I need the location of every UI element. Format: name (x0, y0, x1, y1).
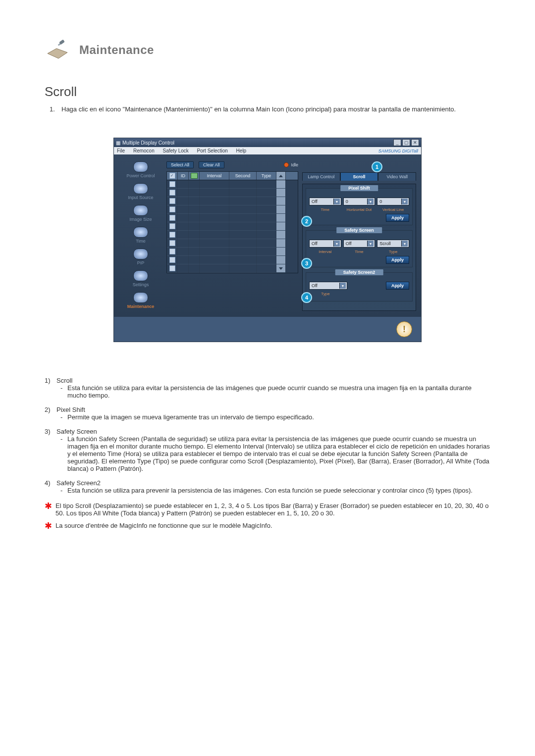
pixel-shift-time-select[interactable]: Off▾ (309, 198, 341, 205)
imagesize-icon (133, 205, 148, 216)
idle-dot-icon (284, 162, 289, 167)
safety-screen-time-select[interactable]: Off▾ (343, 240, 375, 248)
row-checkbox[interactable] (169, 232, 175, 238)
def-num: 4) (45, 479, 54, 487)
row-checkbox[interactable] (169, 265, 175, 271)
tab-video-wall[interactable]: Video Wall (378, 172, 416, 181)
menu-help[interactable]: Help (236, 148, 247, 153)
group-pixel-shift: Pixel Shift Off▾ 0▾ 0▾ Time Horizontal D… (306, 188, 413, 225)
idle-label: Idle (291, 162, 298, 167)
sidebar-label: Image Size (129, 217, 152, 222)
chevron-down-icon: ▾ (367, 199, 374, 204)
info-icon: ! (396, 321, 412, 337)
safety-screen-type-select[interactable]: Scroll▾ (377, 240, 409, 248)
pixel-shift-hdot-select[interactable]: 0▾ (343, 198, 375, 205)
brand-label: SAMSUNG DIGITall (378, 149, 418, 153)
select-all-button[interactable]: Select All (166, 161, 194, 168)
status-chip-icon (191, 173, 198, 179)
tab-lamp-control[interactable]: Lamp Control (302, 172, 340, 181)
sidebar-label: Time (136, 239, 146, 244)
chevron-down-icon: ▾ (367, 241, 374, 247)
row-checkbox[interactable] (169, 206, 175, 212)
group-title: Pixel Shift (340, 185, 378, 191)
table-row[interactable] (167, 189, 298, 197)
table-row[interactable] (167, 231, 298, 239)
group-safety-screen2: Safety Screen2 Off▾ Apply Type 4 (306, 272, 413, 302)
group-title: Safety Screen2 (335, 269, 383, 275)
star-icon: ✱ (45, 522, 53, 530)
table-row[interactable] (167, 264, 298, 273)
chevron-down-icon: ▾ (401, 241, 408, 247)
scroll-down-icon[interactable] (279, 267, 283, 270)
row-checkbox[interactable] (169, 223, 175, 229)
sidebar-item-maintenance[interactable]: Maintenance (127, 291, 155, 310)
menu-port-selection[interactable]: Port Selection (197, 148, 228, 153)
chevron-down-icon: ▾ (333, 199, 340, 204)
row-checkbox[interactable] (169, 257, 175, 263)
table-row[interactable] (167, 248, 298, 256)
table-row[interactable] (167, 197, 298, 205)
chevron-down-icon: ▾ (333, 241, 340, 247)
minimize-button[interactable]: _ (393, 139, 401, 146)
clear-all-button[interactable]: Clear All (199, 161, 224, 168)
safety-screen-apply-button[interactable]: Apply (386, 256, 409, 264)
col-type: Type (257, 172, 276, 180)
def-body: La función Safety Screen (Pantalla de se… (67, 435, 490, 472)
menu-safety-lock[interactable]: Safety Lock (163, 148, 189, 153)
window-title: Multiple Display Control (122, 140, 174, 146)
table-row[interactable] (167, 180, 298, 189)
menu-file[interactable]: File (117, 148, 125, 153)
sidebar-item-power-control[interactable]: Power Control (126, 160, 155, 179)
pip-icon (133, 249, 148, 259)
pixel-shift-apply-button[interactable]: Apply (386, 214, 409, 222)
header-checkbox[interactable] (169, 173, 175, 179)
table-row[interactable] (167, 222, 298, 231)
safety-screen2-type-select[interactable]: Off▾ (309, 282, 347, 290)
intro-text: Haga clic en el icono "Maintenance (Mant… (61, 105, 456, 113)
def-body: Esta función se utiliza para evitar la p… (67, 384, 490, 399)
note-text: La source d'entrée de MagicInfo ne fonct… (55, 522, 272, 530)
table-row[interactable] (167, 239, 298, 248)
chevron-down-icon: ▾ (339, 283, 346, 289)
dash: - (60, 435, 64, 472)
sidebar-item-pip[interactable]: PIP (133, 248, 148, 266)
group-safety-screen: Safety Screen Off▾ Off▾ Scroll▾ Interval… (306, 230, 413, 267)
sidebar-item-settings[interactable]: Settings (133, 269, 149, 288)
display-table: ID Interval Second Type (166, 171, 298, 273)
col-id: ID (178, 172, 189, 180)
table-row[interactable] (167, 214, 298, 222)
sidebar-item-input-source[interactable]: Input Source (128, 182, 153, 201)
row-checkbox[interactable] (169, 240, 175, 246)
table-row[interactable] (167, 256, 298, 264)
tab-scroll[interactable]: Scroll (340, 172, 378, 181)
close-button[interactable]: ✕ (411, 139, 419, 146)
col-interval: Interval (200, 172, 229, 180)
callout-1: 1 (372, 161, 382, 172)
time-icon (133, 227, 148, 238)
pixel-shift-vline-select[interactable]: 0▾ (377, 198, 409, 205)
sidebar-label: Settings (133, 282, 149, 287)
sidebar-item-image-size[interactable]: Image Size (129, 204, 152, 223)
sidebar: Power Control Input Source Image Size Ti… (119, 160, 162, 311)
safety-screen-interval-select[interactable]: Off▾ (309, 240, 341, 248)
scroll-up-icon[interactable] (279, 175, 283, 177)
safety-screen2-apply-button[interactable]: Apply (386, 282, 409, 290)
input-icon (133, 183, 148, 194)
row-checkbox[interactable] (169, 198, 175, 204)
row-checkbox[interactable] (169, 215, 175, 221)
row-checkbox[interactable] (169, 190, 175, 196)
row-checkbox[interactable] (169, 249, 175, 254)
menu-remocon[interactable]: Remocon (133, 148, 155, 153)
sidebar-label: PIP (137, 260, 145, 265)
sidebar-label: Input Source (128, 195, 153, 200)
table-row[interactable] (167, 205, 298, 214)
sub-label: Type (309, 292, 342, 296)
sidebar-item-time[interactable]: Time (133, 226, 148, 245)
power-icon (133, 161, 148, 172)
def-num: 2) (45, 406, 54, 413)
def-name: Safety Screen (56, 428, 97, 435)
row-checkbox[interactable] (169, 181, 175, 187)
dash: - (60, 384, 64, 399)
maximize-button[interactable]: ▢ (402, 139, 410, 146)
def-num: 1) (45, 377, 54, 384)
